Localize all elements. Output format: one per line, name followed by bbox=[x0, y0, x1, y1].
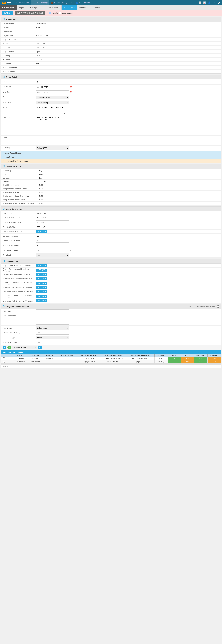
qualitative-score-header[interactable]: ⓘ Qualitative Score bbox=[1, 164, 221, 169]
textarea-threat-effect[interactable] bbox=[36, 136, 66, 144]
map-enterprise-org-bs-button[interactable]: MAP DATA bbox=[36, 295, 47, 298]
risk-notes-label: Risk Notes bbox=[5, 156, 14, 158]
help-icon-btn[interactable]: ? bbox=[212, 1, 216, 4]
search-button[interactable]: SEARCH bbox=[2, 11, 13, 15]
label-cost: Cost bbox=[3, 173, 39, 175]
nav-administration[interactable]: 👤 Administration bbox=[74, 0, 92, 5]
nav-risk-register[interactable]: ☰ Risk Register bbox=[14, 0, 30, 5]
input-schedule-minimum[interactable] bbox=[36, 234, 69, 238]
input-cost-minimum[interactable] bbox=[36, 216, 69, 219]
chart-icon-btn[interactable]: 📊 bbox=[203, 1, 207, 4]
nav-portfolio-management[interactable]: 💼 Portfolio Management bbox=[50, 0, 74, 5]
map-project-risk-bs-button[interactable]: MAP DATA bbox=[36, 273, 47, 276]
textarea-threat-cause[interactable] bbox=[36, 126, 66, 134]
data-mapping-header[interactable]: ⓘ Data Mapping bbox=[1, 259, 221, 264]
tab-dashboards[interactable]: Dashboards bbox=[88, 5, 103, 10]
map-project-org-bs-button[interactable]: MAP DATA bbox=[36, 269, 47, 272]
calendar-end-icon[interactable]: 📅 bbox=[70, 91, 72, 94]
spreadsheet-scroll-area[interactable]: # # MITIGATIO... MITIGATIO... MITIGATIO.… bbox=[1, 354, 221, 364]
label-multiplier: Multiplier bbox=[3, 180, 39, 182]
label-project-risk-bs: Project Risk Breakdown Structure bbox=[3, 274, 36, 276]
monte-carlo-title: Monte Carlo Inputs bbox=[6, 208, 22, 210]
tab-search-risks[interactable]: Search Risks bbox=[61, 5, 77, 10]
col-post-ave2: POST AVE... bbox=[208, 354, 221, 357]
map-business-work-bs-button[interactable]: MAP DATA bbox=[36, 277, 47, 280]
opportunities-radio[interactable]: Opportunities bbox=[59, 12, 72, 14]
input-actual-cost[interactable] bbox=[36, 340, 69, 344]
calendar-start-icon[interactable]: 📅 bbox=[70, 86, 72, 88]
input-threat-start-date[interactable] bbox=[36, 85, 69, 89]
value-highest-impact-mult: 5.50 bbox=[39, 188, 219, 190]
label-cost-maximum: Cost(USD) Maximum bbox=[3, 226, 36, 228]
row2-post-avg: 4.90 bbox=[181, 360, 194, 364]
apply-column-button[interactable]: » bbox=[38, 346, 42, 349]
row2-post-ave: 6.90 bbox=[194, 360, 208, 364]
data-mapping-title: Data Mapping bbox=[6, 260, 18, 262]
edit-mitigation-button[interactable]: ✎ bbox=[7, 346, 11, 349]
input-plan-name[interactable] bbox=[36, 310, 69, 313]
textarea-threat-name[interactable]: Key resource unavailable bbox=[36, 106, 66, 114]
label-business-work-bs: Business Work Breakdown Structure bbox=[3, 278, 36, 280]
person-icon-btn[interactable]: 👤 bbox=[208, 1, 211, 4]
input-proposed-cost[interactable] bbox=[36, 331, 69, 334]
threats-radio[interactable]: Threats bbox=[49, 12, 58, 14]
mc-schedule-mostlikely: Schedule MostLikely bbox=[1, 238, 221, 243]
add-mitigation-button[interactable]: + bbox=[3, 346, 6, 349]
tab-risk-details[interactable]: Risk Details bbox=[47, 5, 61, 10]
row2-checkbox[interactable] bbox=[1, 360, 6, 364]
map-enterprise-work-bs-button[interactable]: MAP DATA bbox=[36, 290, 47, 293]
mitigation-plan-header[interactable]: ⓘ Mitigation Plan Information Do not Cop… bbox=[1, 304, 221, 309]
textarea-threat-description[interactable]: Key resources may be unavailable bbox=[36, 116, 66, 124]
do-not-copy-checkbox[interactable] bbox=[217, 306, 219, 308]
tab-risk-spreadsheet[interactable]: Risk Spreadsheet bbox=[28, 5, 47, 10]
data-mapping-icon: ⓘ bbox=[3, 260, 5, 262]
monte-carlo-header[interactable]: ⓘ Monte Carlo Inputs bbox=[1, 206, 221, 211]
select-threat-currency[interactable]: Dollar(USD) Euro(EUR) bbox=[36, 146, 69, 150]
tab-imports[interactable]: Imports bbox=[17, 5, 28, 10]
input-schedule-mostlikely[interactable] bbox=[36, 239, 69, 242]
select-column-select[interactable]: Select Column bbox=[12, 346, 37, 349]
risk-notes-bar[interactable]: ▶ Risk Notes bbox=[1, 155, 221, 159]
select-threat-status[interactable]: Open-mitigated Open Closed Closed-mitiga… bbox=[36, 96, 69, 99]
recovery-plan-bar[interactable]: ▶ Recovery Plan(if risk occurs) bbox=[1, 159, 221, 163]
label-project-cost: Project Cost bbox=[3, 35, 36, 37]
input-threat-id[interactable] bbox=[36, 80, 69, 84]
nav-project-settings-label: Project Settings bbox=[35, 2, 48, 4]
threat-detail-icon: ⓘ bbox=[3, 76, 5, 78]
value-classified: NO bbox=[36, 62, 219, 64]
monitor-icon-btn[interactable]: ⬜ bbox=[198, 1, 202, 4]
map-business-org-bs-button[interactable]: MAP DATA bbox=[36, 282, 47, 285]
briefcase-icon: 💼 bbox=[51, 2, 53, 4]
copy-to-project-button[interactable]: COPY TO CURRENT PROJECT bbox=[14, 11, 45, 15]
map-project-work-bs-button[interactable]: MAP DATA bbox=[36, 264, 47, 267]
horizontal-scrollbar[interactable] bbox=[1, 364, 221, 365]
input-threat-end-date[interactable] bbox=[36, 90, 69, 94]
map-data-schedule-button[interactable]: MAP DATA bbox=[36, 230, 47, 233]
row1-checkbox[interactable] bbox=[1, 357, 6, 360]
map-business-risk-bs-button[interactable]: MAP DATA bbox=[36, 286, 47, 289]
input-cost-mostlikely[interactable] bbox=[36, 220, 69, 224]
textarea-plan-description[interactable] bbox=[36, 315, 69, 325]
do-not-copy-label: Do not Copy Mitigation Plan & Steps bbox=[189, 306, 215, 308]
select-response-type[interactable]: Avoid Transfer Mitigate Accept bbox=[36, 336, 69, 340]
dm-project-risk-bs: Project Risk Breakdown Structure MAP DAT… bbox=[1, 273, 221, 277]
label-project-org-bs: Project Organizational Breakdown Structu… bbox=[3, 268, 36, 272]
power-icon-btn[interactable]: ⏻ bbox=[217, 1, 220, 4]
label-schedule-minimum: Schedule Minimum bbox=[3, 235, 36, 237]
select-plan-owner[interactable]: Select Value bbox=[36, 326, 69, 330]
value-linked-projects: Downstream bbox=[36, 212, 219, 214]
project-details-header[interactable]: ⓘ Project Details bbox=[1, 17, 221, 22]
user-defined-fields-bar[interactable]: ▶ User Defined Fields bbox=[1, 151, 221, 155]
input-schedule-maximum[interactable] bbox=[36, 244, 69, 247]
tab-reports[interactable]: Reports bbox=[77, 5, 88, 10]
qualitative-score-section: ⓘ Qualitative Score Probability High Cos… bbox=[1, 164, 221, 206]
map-enterprise-risk-bs-button[interactable]: MAP DATA bbox=[36, 300, 47, 302]
threat-detail-header[interactable]: ⓘ Threat Detail bbox=[1, 75, 221, 80]
nav-project-settings[interactable]: ⚙ Project Settings bbox=[31, 0, 49, 5]
select-duration-unit[interactable]: Hours Days Weeks bbox=[36, 253, 69, 257]
field-project-cost: Project Cost 10,000,000.00 bbox=[1, 34, 221, 38]
input-simulation-probability[interactable] bbox=[36, 248, 69, 252]
input-cost-maximum[interactable] bbox=[36, 225, 69, 229]
select-risk-owner[interactable]: Derek Dooley bbox=[36, 101, 69, 104]
field-threat-status: Status Open-mitigated Open Closed Closed… bbox=[1, 95, 221, 100]
